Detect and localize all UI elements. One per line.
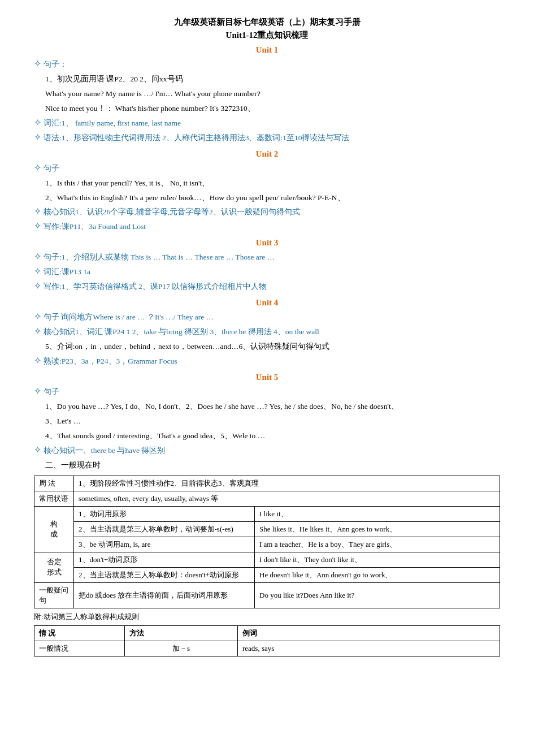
table-cell: I don't like it、They don't like it、 [255, 552, 500, 567]
table-cell: Do you like it?Does Ann like it? [255, 582, 500, 608]
diamond-icon: ✧ [34, 266, 41, 277]
diamond-icon: ✧ [34, 355, 41, 366]
page-title: 九年级英语新目标七年级英语（上）期末复习手册 [34, 17, 500, 28]
unit4-section4: ✧ 熟读:P23、3a，P24、3，Grammar Focus [34, 355, 500, 368]
diamond-icon: ✧ [34, 162, 41, 173]
table-cell: 1、现阶段经常性习惯性动作2、目前得状态3、客观真理 [74, 476, 500, 491]
table-row: 周 法 1、现阶段经常性习惯性动作2、目前得状态3、客观真理 [34, 476, 500, 491]
unit1-line2: What's your name? My name is …/ I'm… Wha… [45, 88, 500, 101]
table-cell: 1、动词用原形 [74, 506, 255, 521]
table-row: 常用状语 sometimes, often, every day, usuall… [34, 491, 500, 506]
unit4-title: Unit 4 [34, 298, 500, 308]
page-subtitle: Unit1-12重点知识梳理 [34, 30, 500, 41]
unit2-section4: ✧ 写作:课P11、3a Found and Lost [34, 221, 500, 234]
unit5-title: Unit 5 [34, 373, 500, 382]
table-cell: 常用状语 [34, 491, 74, 506]
unit4-section2: ✧ 核心知识1、词汇 课P24 1 2、take 与bring 得区别 3、th… [34, 326, 500, 339]
unit3-section3: ✧ 写作:1、学习英语信得格式 2、课P17 以信得形式介绍相片中人物 [34, 280, 500, 293]
unit2-section3: ✧ 核心知识1、认识26个字母,辅音字母,元音字母等2、认识一般疑问句得句式 [34, 206, 500, 219]
table-row: 构 成 1、动词用原形 I like it、 [34, 506, 500, 521]
table-header-row: 情 况 方法 例词 [34, 625, 500, 641]
suffix-table: 情 况 方法 例词 一般情况 加－s reads, says [34, 625, 500, 656]
table-row: 一般疑问句 把do 或does 放在主语得前面，后面动词用原形 Do you l… [34, 582, 500, 608]
table-cell: 1、don't+动词原形 [74, 552, 255, 567]
diamond-icon: ✧ [34, 444, 41, 455]
unit1-section1: ✧ 句子： [34, 58, 500, 71]
table-cell: 加－s [125, 641, 238, 656]
diamond-icon: ✧ [34, 311, 41, 322]
unit1-title: Unit 1 [34, 45, 500, 55]
unit3-section1: ✧ 句子:1、介绍别人或某物 This is … That is … These… [34, 251, 500, 264]
unit5-line1: 1、Do you have …? Yes, I do、No, I don't、2… [45, 400, 500, 413]
table-cell: 一般情况 [34, 641, 125, 656]
unit4-section1: ✧ 句子 询问地方Where is / are … ？It's …/ They … [34, 311, 500, 324]
diamond-icon: ✧ [34, 326, 41, 336]
unit5-line3: 4、That sounds good / interesting、That's … [45, 430, 500, 443]
table-cell: 否定 形式 [34, 552, 74, 582]
table-cell: 2、当主语就是第三人称单数时，动词要加-s(-es) [74, 521, 255, 537]
table-row: 一般情况 加－s reads, says [34, 641, 500, 656]
col-header-1: 情 况 [34, 625, 125, 641]
diamond-icon: ✧ [34, 386, 41, 396]
table-cell: I like it、 [255, 506, 500, 521]
table-row: 2、当主语就是第三人称单数时：doesn't+动词原形 He doesn't l… [34, 567, 500, 582]
diamond-icon: ✧ [34, 251, 41, 262]
diamond-icon: ✧ [34, 117, 41, 128]
table-cell: I am a teacher、He is a boy、They are girl… [255, 537, 500, 552]
diamond-icon: ✧ [34, 206, 41, 217]
table-cell: He doesn't like it、Ann doesn't go to wor… [255, 567, 500, 582]
unit4-line3: 5、介词:on，in，under，behind，next to，between…… [45, 340, 500, 353]
unit1-section5: ✧ 语法:1、形容词性物主代词得用法 2、人称代词主格得用法3、基数词:1至10… [34, 132, 500, 145]
col-header-3: 例词 [238, 625, 500, 641]
unit3-section2: ✧ 词汇:课P13 1a [34, 266, 500, 279]
table-cell: 把do 或does 放在主语得前面，后面动词用原形 [74, 582, 255, 608]
table-row: 否定 形式 1、don't+动词原形 I don't like it、They … [34, 552, 500, 567]
table-cell: 周 法 [34, 476, 74, 491]
note-label: 附:动词第三人称单数得构成规则 [34, 612, 500, 622]
diamond-icon: ✧ [34, 132, 41, 142]
unit2-section1: ✧ 句子 [34, 162, 500, 175]
table-cell: 2、当主语就是第三人称单数时：doesn't+动词原形 [74, 567, 255, 582]
diamond-icon: ✧ [34, 58, 41, 69]
table-row: 3、be 动词用am, is, are I am a teacher、He is… [34, 537, 500, 552]
table-cell: 一般疑问句 [34, 582, 74, 608]
grammar-table: 周 法 1、现阶段经常性习惯性动作2、目前得状态3、客观真理 常用状语 some… [34, 476, 500, 608]
unit5-section4: ✧ 核心知识一、there be 与have 得区别 [34, 444, 500, 457]
unit5-line5: 二、一般现在时 [45, 459, 500, 472]
table-cell: She likes it、He likes it、Ann goes to wor… [255, 521, 500, 537]
table-cell: reads, says [238, 641, 500, 656]
table-cell: 3、be 动词用am, is, are [74, 537, 255, 552]
diamond-icon: ✧ [34, 280, 41, 291]
table-cell: 构 成 [34, 506, 74, 552]
unit2-line2: 2、What's this in English? It's a pen/ ru… [45, 192, 500, 205]
table-row: 2、当主语就是第三人称单数时，动词要加-s(-es) She likes it、… [34, 521, 500, 537]
unit5-line2: 3、Let's … [45, 415, 500, 428]
unit1-line3: Nice to meet you！： What's his/her phone … [45, 102, 500, 115]
unit1-section4: ✧ 词汇:1、 family name, first name, last na… [34, 117, 500, 130]
unit1-line1: 1、初次见面用语 课P2、20 2、问xx号码 [45, 73, 500, 86]
unit3-title: Unit 3 [34, 238, 500, 248]
col-header-2: 方法 [125, 625, 238, 641]
diamond-icon: ✧ [34, 221, 41, 231]
unit2-title: Unit 2 [34, 149, 500, 159]
table-cell: sometimes, often, every day, usually, al… [74, 491, 500, 506]
unit5-section1: ✧ 句子 [34, 386, 500, 399]
unit2-line1: 1、Is this / that your pencil? Yes, it is… [45, 177, 500, 190]
